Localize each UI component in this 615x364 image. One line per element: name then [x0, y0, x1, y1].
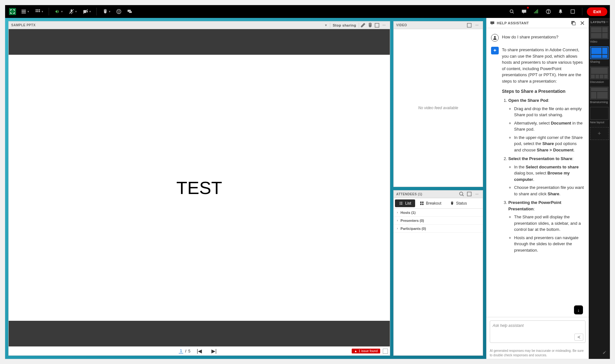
exit-button[interactable]: Exit	[587, 7, 607, 16]
emoji-button[interactable]	[114, 7, 124, 16]
page-separator: /	[185, 349, 186, 353]
tab-status[interactable]: Status	[446, 199, 471, 207]
help-title: HELP ASSISTANT	[497, 21, 529, 25]
svg-rect-5	[39, 11, 40, 12]
menu-button[interactable]: ▾	[19, 7, 31, 16]
chat-panel-button[interactable]	[519, 7, 529, 16]
video-fullscreen-icon[interactable]	[466, 22, 472, 28]
stop-sharing-button[interactable]: Stop sharing	[330, 23, 359, 28]
pointer-icon[interactable]	[367, 22, 373, 28]
bot-avatar-icon	[491, 47, 499, 54]
svg-rect-17	[535, 11, 536, 13]
help-popout-icon[interactable]	[570, 20, 577, 26]
pods-button[interactable]: ▾	[33, 7, 45, 16]
layout-new[interactable]: New layout	[590, 107, 609, 124]
draw-icon[interactable]	[360, 22, 366, 28]
tab-list[interactable]: List	[395, 199, 415, 207]
mic-button[interactable]: ▾	[66, 7, 79, 16]
raise-hand-button[interactable]: ▾	[100, 7, 113, 16]
connection-icon[interactable]	[531, 7, 541, 16]
group-presenters[interactable]: ›Presenters (0)	[394, 217, 483, 225]
svg-rect-31	[400, 203, 402, 203]
slide-area: TEST	[9, 55, 390, 321]
chat-toolbar-button[interactable]	[125, 7, 135, 16]
svg-point-9	[117, 9, 121, 14]
attendees-pod-title: ATTENDEES (1)	[396, 192, 422, 196]
svg-rect-24	[467, 23, 472, 27]
tab-breakout[interactable]: Breakout	[416, 199, 445, 207]
layout-brainstorming[interactable]: Brainstorming	[590, 87, 609, 104]
help-button[interactable]	[544, 7, 553, 16]
svg-rect-4	[37, 11, 38, 12]
attendees-fullscreen-icon[interactable]	[466, 191, 472, 197]
svg-point-10	[118, 11, 119, 11]
notifications-button[interactable]	[556, 7, 565, 16]
svg-line-26	[463, 195, 464, 196]
prev-slide-button[interactable]: |◀	[196, 348, 202, 354]
share-dropdown-icon[interactable]: ▾	[323, 22, 329, 28]
svg-point-25	[460, 192, 463, 195]
svg-point-28	[399, 202, 400, 202]
slide-text: TEST	[176, 177, 222, 198]
layouts-title: LAYOUTS	[591, 20, 605, 24]
sidebar-toggle-icon[interactable]	[383, 349, 388, 354]
layouts-options-icon[interactable]: ⋯	[605, 20, 609, 24]
add-layout-button[interactable]: +	[590, 127, 609, 140]
svg-point-30	[399, 203, 400, 204]
maximize-button[interactable]	[568, 7, 578, 16]
help-disclaimer: AI generated responses may be inaccurate…	[487, 346, 589, 359]
top-toolbar: ▾ ▾ ▾ ▾ ▾ ▾ Exit	[5, 5, 610, 18]
svg-rect-27	[467, 192, 472, 196]
share-pod: SAMPLE PPTX ▾ Stop sharing ⋯ TEST	[8, 21, 390, 356]
send-button[interactable]	[574, 334, 583, 341]
video-pod-title: VIDEO	[396, 23, 407, 27]
issue-badge[interactable]: ▲1 issue found	[352, 349, 380, 353]
search-button[interactable]	[507, 7, 517, 16]
scroll-down-button[interactable]: ↓	[574, 305, 583, 314]
help-assistant-panel: HELP ASSISTANT How do I share presentati…	[486, 18, 589, 359]
video-pod: VIDEO ⋯ No video feed available	[393, 21, 483, 187]
svg-rect-13	[129, 11, 132, 13]
help-input[interactable]: Ask help assistant	[490, 320, 586, 343]
share-pod-title: SAMPLE PPTX	[11, 23, 36, 27]
svg-rect-0	[36, 9, 37, 10]
help-close-icon[interactable]	[579, 20, 586, 26]
svg-rect-3	[36, 11, 37, 12]
svg-rect-34	[420, 201, 421, 203]
svg-rect-1	[37, 9, 38, 10]
attendees-options-icon[interactable]: ⋯	[474, 191, 480, 197]
svg-point-21	[548, 12, 549, 13]
attendees-pod: ATTENDEES (1) ⋯ List Breakout Status	[393, 190, 483, 356]
svg-rect-16	[534, 12, 535, 13]
svg-point-32	[399, 204, 400, 205]
svg-rect-19	[537, 9, 538, 13]
speaker-button[interactable]: ▾	[52, 7, 65, 16]
page-current[interactable]: 1	[179, 349, 184, 353]
group-participants[interactable]: ›Participants (0)	[394, 225, 483, 233]
attendees-search-icon[interactable]	[458, 191, 465, 197]
pod-options-icon[interactable]: ⋯	[381, 22, 387, 28]
svg-rect-23	[375, 23, 379, 27]
layout-sharing[interactable]: Sharing	[590, 46, 609, 63]
svg-rect-35	[422, 201, 423, 203]
layout-discussion[interactable]: Discussion	[590, 67, 609, 84]
svg-rect-36	[420, 203, 421, 205]
svg-rect-37	[422, 203, 423, 205]
svg-line-15	[512, 12, 513, 13]
fullscreen-button[interactable]	[8, 7, 17, 16]
fullscreen-pod-icon[interactable]	[374, 22, 380, 28]
group-hosts[interactable]: ›Hosts (1)	[394, 209, 483, 217]
svg-rect-29	[400, 202, 402, 202]
slide-controls: 1 / 5 |◀ ▶| ▲1 issue found	[9, 346, 390, 355]
video-options-icon[interactable]: ⋯	[474, 22, 480, 28]
layout-video[interactable]: Video	[590, 26, 609, 43]
layouts-tools-icon[interactable]	[601, 349, 607, 356]
svg-rect-33	[400, 204, 402, 204]
user-avatar-icon	[491, 34, 499, 42]
svg-rect-2	[39, 9, 40, 10]
camera-button[interactable]: ▾	[80, 7, 93, 16]
bot-response: To share presentations in Adobe Connect,…	[502, 47, 584, 256]
page-total: 5	[188, 349, 191, 353]
video-empty-text: No video feed available	[394, 29, 483, 187]
next-slide-button[interactable]: ▶|	[211, 348, 217, 354]
